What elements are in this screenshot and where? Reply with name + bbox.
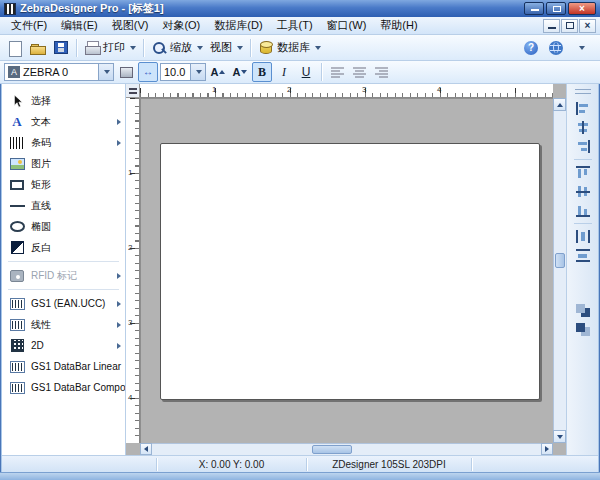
status-pane-empty [472,458,598,471]
scroll-right-button[interactable] [541,443,553,455]
help-button[interactable] [520,37,542,59]
scroll-up-button[interactable] [553,98,566,111]
databar-composite-icon [9,380,25,396]
horizontal-scroll-thumb[interactable] [312,445,352,454]
toolbox-item-inverse[interactable]: 反白 [2,237,125,258]
minimize-icon [531,9,539,11]
toolbox-item-picture[interactable]: 图片 [2,153,125,174]
arrow-left-icon [144,446,148,452]
toolbox-item-text[interactable]: 文本 [2,111,125,132]
toolbox-item-gs1[interactable]: GS1 (EAN.UCC) [2,293,125,314]
toolbox-item-gs1-databar-linear[interactable]: GS1 DataBar Linear [2,356,125,377]
menu-item-window[interactable]: 窗口(W) [320,16,374,35]
align-objects-center-button[interactable] [573,119,593,136]
label-page[interactable] [160,143,540,400]
toolbox-item-2d[interactable]: 2D [2,335,125,356]
toolbox-item-ellipse[interactable]: 椭圆 [2,216,125,237]
database-button[interactable]: 数据库 [255,37,324,59]
font-scaling-icon: ↔ [143,67,153,77]
bring-to-front-button[interactable] [573,302,593,319]
toolbox-item-label: 线性 [31,318,51,332]
font-size-dropdown[interactable] [190,64,205,80]
increase-font-button[interactable]: A [208,62,228,82]
maximize-button[interactable] [546,2,566,15]
scroll-down-button[interactable] [553,430,566,443]
app-logo-icon [4,3,16,15]
scroll-left-button[interactable] [140,443,152,455]
menu-bar: 文件(F) 编辑(E) 视图(V) 对象(O) 数据库(D) 工具(T) 窗口(… [0,17,600,35]
minimize-button[interactable] [524,2,544,15]
toolbox-item-linear[interactable]: 线性 [2,314,125,335]
send-to-back-button[interactable] [573,321,593,338]
design-canvas[interactable] [140,98,553,443]
toolbar-grip[interactable] [575,89,591,94]
printer-name: ZDesigner 105SL 203DPI [307,458,472,471]
toolbox-item-rectangle[interactable]: 矩形 [2,174,125,195]
flyout-arrow-icon [117,322,121,328]
menu-item-tools[interactable]: 工具(T) [270,16,320,35]
mdi-close-button[interactable]: × [579,19,596,33]
toolbox-item-gs1-databar-composite[interactable]: GS1 DataBar Composite [2,377,125,398]
menu-item-database[interactable]: 数据库(D) [207,16,269,35]
printer-font-toggle-button[interactable] [116,62,136,82]
align-center-button[interactable] [349,62,369,82]
menu-item-view[interactable]: 视图(V) [105,16,156,35]
underline-button[interactable]: U [296,62,316,82]
toolbox-item-label: 条码 [31,136,51,150]
title-bar: ZebraDesigner Pro - [标签1] × [0,0,600,17]
design-workspace: 1 2 3 4 1 2 3 4 [126,84,566,455]
align-right-button[interactable] [371,62,391,82]
align-objects-top-button[interactable] [573,164,593,181]
align-objects-bottom-button[interactable] [573,202,593,219]
toolbox-item-rfid[interactable]: RFID 标记 [2,265,125,286]
menu-item-edit[interactable]: 编辑(E) [54,16,105,35]
menu-item-file[interactable]: 文件(F) [4,16,54,35]
zoom-button[interactable]: 缩放 [148,37,206,59]
save-button[interactable] [50,37,72,59]
print-button[interactable]: 打印 [81,37,139,59]
font-scaling-toggle-button[interactable]: ↔ [138,62,158,82]
menu-item-object[interactable]: 对象(O) [155,16,207,35]
mdi-restore-button[interactable] [561,19,578,33]
new-button[interactable] [4,37,26,59]
online-support-button[interactable] [545,37,567,59]
toolbox-item-barcode[interactable]: 条码 [2,132,125,153]
align-top-icon [576,166,590,179]
printer-font-icon [8,66,20,78]
font-family-dropdown[interactable] [98,64,113,80]
maximize-icon [553,6,561,12]
toolbox-item-line[interactable]: 直线 [2,195,125,216]
chevron-down-icon [579,46,585,50]
align-objects-middle-button[interactable] [573,183,593,200]
app-window: ZebraDesigner Pro - [标签1] × 文件(F) 编辑(E) … [0,0,600,480]
window-title: ZebraDesigner Pro - [标签1] [20,1,164,16]
toolbox-item-select[interactable]: 选择 [2,90,125,111]
send-to-back-icon [576,323,590,336]
distribute-vertical-button[interactable] [573,247,593,264]
align-objects-left-button[interactable] [573,100,593,117]
open-button[interactable] [27,37,49,59]
ruler-number: 1 [212,85,216,94]
bold-button[interactable]: B [252,62,272,82]
align-left-button[interactable] [327,62,347,82]
vertical-scrollbar[interactable] [553,98,566,443]
toolbar-separator [574,159,592,160]
inverse-icon [9,240,25,256]
close-button[interactable]: × [568,2,596,15]
databar-linear-icon [9,359,25,375]
menu-item-help[interactable]: 帮助(H) [373,16,424,35]
distribute-horizontal-button[interactable] [573,228,593,245]
align-objects-right-button[interactable] [573,138,593,155]
italic-button[interactable]: I [274,62,294,82]
font-family-combo[interactable]: ZEBRA 0 [4,63,114,81]
mdi-minimize-button[interactable] [543,19,560,33]
arrow-right-icon [545,446,549,452]
toolbar-options-button[interactable] [570,37,592,59]
font-size-combo[interactable]: 10.0 [160,63,206,81]
view-button[interactable]: 视图 [207,37,246,59]
vertical-scroll-thumb[interactable] [555,253,565,268]
decrease-font-button[interactable]: A [230,62,250,82]
horizontal-scrollbar[interactable] [140,443,553,455]
distribute-vertical-icon [576,249,590,262]
save-floppy-icon [54,41,68,54]
